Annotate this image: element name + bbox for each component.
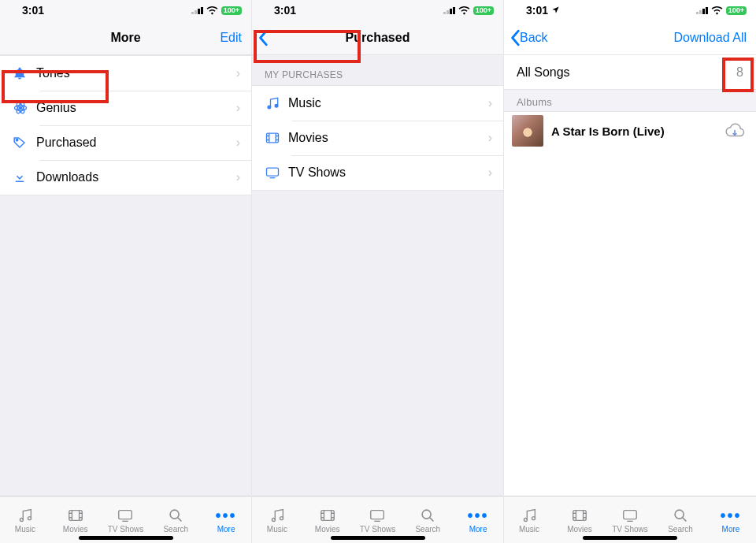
svg-rect-21 (573, 510, 587, 520)
svg-rect-8 (119, 510, 132, 519)
film-icon (265, 130, 288, 146)
row-movies[interactable]: Movies › (252, 121, 503, 155)
chevron-left-icon (258, 29, 269, 46)
chevron-right-icon: › (488, 96, 503, 110)
all-songs-count: 8 (736, 65, 743, 80)
wifi-icon (711, 6, 723, 15)
status-time-group: 3:01 (526, 4, 560, 17)
all-songs-label: All Songs (517, 65, 736, 80)
wifi-icon (206, 6, 218, 15)
nav-title: More (110, 31, 140, 45)
row-label: TV Shows (288, 166, 488, 180)
more-icon: ••• (216, 507, 237, 524)
row-tvshows[interactable]: TV Shows › (252, 155, 503, 190)
svg-rect-16 (321, 510, 334, 520)
bell-icon (13, 66, 36, 80)
status-right: 100+ (696, 6, 747, 15)
tab-label: Music (519, 525, 539, 534)
row-genius[interactable]: Genius › (0, 91, 251, 125)
back-button[interactable] (258, 20, 269, 55)
chevron-right-icon: › (488, 131, 503, 145)
status-bar: 3:01 100+ (252, 0, 503, 20)
tab-more[interactable]: ••• More (706, 497, 756, 543)
tab-more[interactable]: ••• More (453, 497, 503, 543)
battery-icon: 100+ (221, 6, 242, 15)
screen-purchased: 3:01 100+ Purchased MY PURCHASES Music (252, 0, 504, 543)
section-header-purchases: MY PURCHASES (252, 55, 503, 85)
row-label: Genius (36, 101, 236, 115)
status-right: 100+ (191, 6, 242, 15)
svg-point-4 (17, 139, 18, 141)
tab-label: More (722, 525, 740, 534)
svg-point-14 (272, 518, 275, 521)
svg-point-11 (275, 105, 278, 108)
chevron-right-icon: › (236, 101, 251, 115)
status-time: 3:01 (526, 4, 548, 17)
nav-bar: Purchased (252, 20, 503, 55)
tv-icon (265, 165, 288, 180)
row-music[interactable]: Music › (252, 86, 503, 121)
content: MY PURCHASES Music › Movies › (252, 55, 503, 496)
cell-signal-icon (443, 6, 455, 14)
svg-point-15 (280, 516, 283, 519)
tab-label: Search (163, 525, 188, 534)
chevron-right-icon: › (236, 136, 251, 150)
edit-button[interactable]: Edit (220, 20, 242, 55)
tab-label: Movies (567, 525, 592, 534)
status-bar: 3:01 100+ (0, 0, 251, 20)
svg-rect-12 (267, 133, 279, 143)
status-right: 100+ (443, 6, 494, 15)
row-downloads[interactable]: Downloads › (0, 160, 251, 195)
status-time: 3:01 (22, 4, 44, 17)
row-purchased[interactable]: Purchased › (0, 125, 251, 160)
row-label: Downloads (36, 170, 236, 184)
svg-point-9 (170, 510, 179, 519)
download-icon (13, 170, 36, 184)
tag-icon (13, 136, 36, 150)
home-indicator[interactable] (79, 536, 173, 540)
row-all-songs[interactable]: All Songs 8 (504, 55, 756, 90)
cloud-download-button[interactable] (723, 119, 747, 143)
svg-point-18 (422, 510, 431, 519)
svg-point-23 (675, 510, 684, 519)
download-all-button[interactable]: Download All (674, 20, 747, 55)
album-title: A Star Is Born (Live) (551, 125, 723, 138)
cell-signal-icon (191, 6, 203, 14)
row-tones[interactable]: Tones › (0, 56, 251, 91)
svg-rect-13 (267, 168, 279, 176)
nav-bar: More Edit (0, 20, 251, 55)
album-artwork (512, 115, 543, 147)
home-indicator[interactable] (331, 536, 425, 540)
back-label: Back (520, 31, 548, 45)
tab-music[interactable]: Music (0, 497, 50, 543)
home-indicator[interactable] (583, 536, 677, 540)
tab-label: Movies (315, 525, 340, 534)
tab-music[interactable]: Music (504, 497, 554, 543)
svg-point-6 (28, 516, 31, 519)
svg-point-0 (19, 106, 21, 109)
svg-rect-22 (624, 510, 637, 519)
tab-label: Music (267, 525, 287, 534)
atom-icon (13, 100, 36, 116)
more-icon: ••• (468, 507, 489, 524)
album-row[interactable]: A Star Is Born (Live) (504, 112, 756, 150)
back-button[interactable]: Back (510, 20, 548, 55)
tab-label: TV Shows (612, 525, 648, 534)
battery-icon: 100+ (473, 6, 494, 15)
tab-label: More (217, 525, 235, 534)
content: All Songs 8 Albums A Star Is Born (Live) (504, 55, 756, 496)
battery-icon: 100+ (726, 6, 747, 15)
tab-label: TV Shows (108, 525, 144, 534)
tab-label: More (469, 525, 487, 534)
music-note-icon (265, 95, 288, 111)
chevron-right-icon: › (236, 66, 251, 80)
svg-point-10 (268, 106, 271, 109)
tab-music[interactable]: Music (252, 497, 302, 543)
status-time: 3:01 (274, 4, 296, 17)
tab-label: Movies (63, 525, 88, 534)
tab-label: Search (415, 525, 440, 534)
svg-point-5 (20, 518, 23, 521)
screen-music-purchases: 3:01 100+ Back Download All All Songs 8 (504, 0, 756, 543)
content: Tones › Genius › Purchased › (0, 55, 251, 496)
tab-more[interactable]: ••• More (201, 497, 251, 543)
